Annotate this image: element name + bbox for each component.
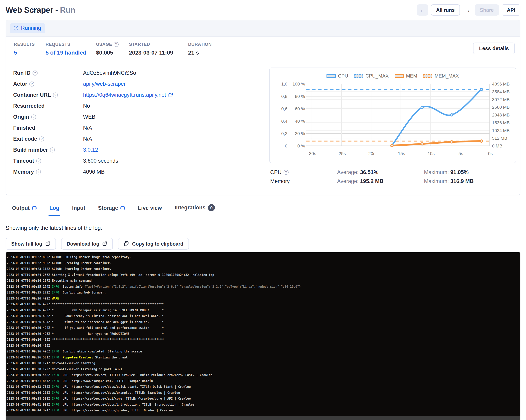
- download-log-button[interactable]: Download log: [61, 238, 113, 250]
- log-line: 2023-03-07T10:09:26.494Z * timeouts are …: [7, 319, 520, 325]
- tab-input[interactable]: Input: [71, 203, 86, 216]
- tab-storage[interactable]: Storage: [97, 203, 126, 216]
- log-segment-msg: ****************************************…: [52, 303, 164, 306]
- chart-canvas: 1,00,80,60,40,20100 %80 %60 %40 %20 %0 %…: [270, 68, 516, 163]
- copy-log-to-clipboard-button[interactable]: Copy log to clipboard: [118, 238, 189, 250]
- log-terminal: 2023-03-07T10:09:22.895Z ACTOR: Pulling …: [6, 252, 520, 420]
- stat-value[interactable]: 5: [14, 50, 46, 56]
- detail-row-container-url: Container URL?https://0q64wnacgyft.runs.…: [13, 90, 269, 101]
- detail-label: Finished: [13, 125, 83, 131]
- help-icon[interactable]: ?: [36, 158, 41, 164]
- detail-label: Resurrected: [13, 103, 83, 109]
- detail-value: N/A: [83, 125, 92, 131]
- spinner-icon: [13, 25, 19, 31]
- help-icon[interactable]: ?: [50, 147, 55, 153]
- log-segment-ts: 2023-03-07T10:09:26.581Z: [7, 356, 52, 359]
- svg-text:40 %: 40 %: [295, 119, 305, 124]
- show-full-log-button[interactable]: Show full log: [6, 238, 56, 250]
- detail-label: Memory?: [13, 169, 83, 175]
- help-icon[interactable]: ?: [53, 92, 58, 98]
- log-segment-msg: URL: http://www.example.com, TITLE: Exam…: [59, 379, 153, 383]
- run-card: Running RESULTS5REQUESTS5 of 19 handledU…: [6, 20, 520, 195]
- log-segment-ts: 2023-03-07T10:09:33.782Z: [7, 385, 52, 389]
- svg-text:0,8: 0,8: [281, 94, 287, 99]
- all-runs-button[interactable]: All runs: [431, 4, 460, 16]
- run-navigation: ← All runs → Share API: [417, 4, 520, 16]
- log-line: 2023-03-07T10:09:28.172Z devtools-server…: [7, 367, 520, 372]
- help-icon[interactable]: ?: [36, 169, 41, 174]
- log-segment-msg: * timeouts are increased and debugger is…: [52, 320, 164, 324]
- tab-label: Live view: [138, 205, 162, 211]
- log-segment-msg: ****************************************…: [52, 338, 164, 341]
- log-line: 2023-03-07T10:09:22.995Z ACTOR: Creating…: [7, 260, 520, 266]
- log-segment-msg: * Concurrency is limited, sessionPool is…: [52, 314, 164, 318]
- detail-row-actor: Actor?apify/web-scraper: [13, 79, 269, 90]
- title-separator: -: [53, 6, 60, 14]
- stat-value[interactable]: 5 of 19 handled: [46, 50, 96, 56]
- next-run-button[interactable]: →: [463, 4, 472, 16]
- tab-live-view[interactable]: Live view: [137, 203, 162, 216]
- detail-label: Container URL?: [13, 92, 83, 98]
- tab-output[interactable]: Output: [11, 203, 37, 216]
- legend-swatch: [326, 74, 336, 78]
- detail-row-origin: Origin?WEB: [13, 112, 269, 123]
- usage-average: Average: 36.51%: [337, 169, 424, 175]
- tab-integrations[interactable]: Integrations0: [174, 202, 216, 216]
- legend-item-mem[interactable]: MEM: [394, 73, 417, 79]
- log-line: 2023-03-07T10:09:44.324Z INFO URL: https…: [7, 408, 520, 414]
- detail-label: Timeout?: [13, 158, 83, 164]
- usage-maximum: Maximum: 316.9 MB: [424, 178, 516, 184]
- log-segment-msg: URL: https://crawlee.dev, TITLE: Crawlee…: [59, 373, 212, 377]
- log-segment-msg: ACTOR: Starting Docker container.: [52, 267, 111, 271]
- usage-metric-label: CPU?: [270, 169, 337, 175]
- help-icon[interactable]: ?: [32, 71, 38, 75]
- detail-label: Exit code?: [13, 136, 83, 142]
- detail-value: WEB: [83, 114, 95, 120]
- tab-log[interactable]: Log: [49, 203, 60, 216]
- detail-value: AdOz5evimh9NCiSSo: [83, 70, 136, 76]
- log-horizontal-scrollbar[interactable]: [6, 416, 520, 420]
- legend-item-cpu[interactable]: CPU: [326, 73, 348, 79]
- svg-text:60 %: 60 %: [295, 106, 305, 111]
- help-icon[interactable]: ?: [114, 42, 119, 47]
- svg-text:0 %: 0 %: [297, 143, 305, 148]
- usage-maximum-label: Maximum:: [424, 178, 450, 184]
- svg-text:3584 MB: 3584 MB: [492, 89, 510, 94]
- status-badge: Running: [10, 23, 45, 33]
- loading-arc-icon: [32, 206, 37, 210]
- stat-results: RESULTS5: [14, 42, 46, 56]
- svg-text:0: 0: [285, 143, 287, 148]
- tab-label: Input: [72, 205, 85, 211]
- log-line: 2023-03-07T10:09:30.448Z INFO URL: https…: [7, 372, 520, 378]
- svg-text:2048 MB: 2048 MB: [492, 113, 510, 117]
- usage-maximum-label: Maximum:: [424, 169, 450, 175]
- status-label: Running: [21, 25, 41, 31]
- share-button[interactable]: Share: [475, 4, 499, 16]
- detail-value[interactable]: apify/web-scraper: [83, 81, 126, 87]
- log-segment-ts: 2023-03-07T10:09:26.494Z: [7, 326, 52, 330]
- less-details-button[interactable]: Less details: [473, 42, 515, 54]
- api-button[interactable]: API: [502, 4, 520, 16]
- legend-swatch: [394, 74, 404, 78]
- help-icon[interactable]: ?: [283, 170, 289, 175]
- log-segment-ts: 2023-03-07T10:09:26.496Z: [7, 350, 52, 353]
- stat-label: USAGE?: [96, 42, 129, 47]
- svg-text:-20s: -20s: [367, 151, 375, 156]
- legend-item-cpu_max[interactable]: CPU_MAX: [354, 73, 389, 79]
- detail-value-text: No: [83, 103, 90, 109]
- help-icon[interactable]: ?: [31, 114, 36, 120]
- previous-run-button[interactable]: ←: [417, 4, 428, 16]
- log-line: 2023-03-07T10:09:26.494Z * If you want f…: [7, 325, 520, 331]
- detail-value: 4096 MB: [83, 169, 105, 175]
- log-segment-ts: 2023-03-07T10:09:26.494Z: [7, 320, 52, 324]
- help-icon[interactable]: ?: [39, 136, 44, 142]
- title-suffix: Run: [60, 6, 75, 14]
- detail-value[interactable]: https://0q64wnacgyft.runs.apify.net: [83, 92, 173, 98]
- detail-value-text: AdOz5evimh9NCiSSo: [83, 70, 136, 76]
- svg-text:0 MB: 0 MB: [492, 143, 502, 148]
- help-icon[interactable]: ?: [29, 82, 34, 87]
- legend-item-mem_max[interactable]: MEM_MAX: [423, 73, 459, 79]
- detail-value[interactable]: 3.0.12: [83, 147, 98, 153]
- log-segment-msg: * Web Scraper is running in DEVELOPMENT …: [52, 308, 164, 312]
- tab-label: Output: [12, 205, 30, 211]
